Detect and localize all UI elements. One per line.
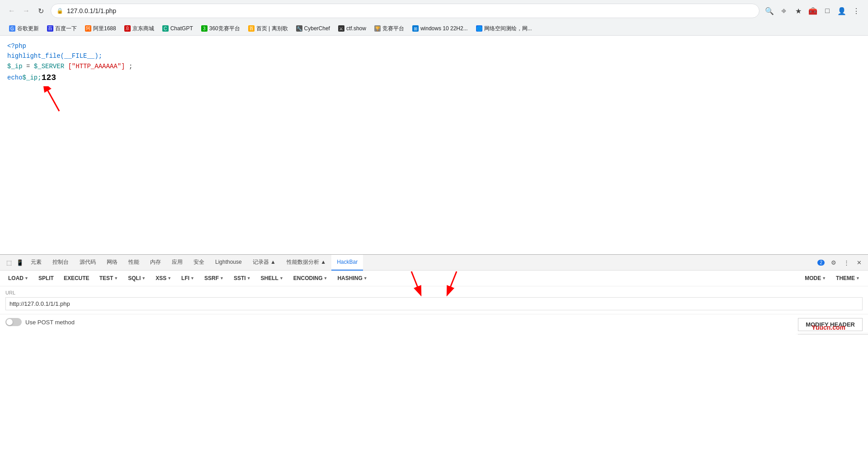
bookmark-button[interactable]: ★ [792,5,805,17]
bookmark-fofa[interactable]: 🌐 网络空间测绘，网... [472,24,536,33]
url-input[interactable] [5,297,863,310]
devtools-panel: ⬚ 📱 元素 控制台 源代码 网络 性能 内存 应用 安全 Lighthouse [0,254,868,335]
svg-line-1 [48,91,59,111]
hackbar-shell-btn[interactable]: SHELL ▼ [256,273,288,283]
tab-memory[interactable]: 内存 [145,255,166,271]
devtools-tabs: ⬚ 📱 元素 控制台 源代码 网络 性能 内存 应用 安全 Lighthouse [0,255,868,271]
address-bar[interactable]: 🔒 [51,4,760,18]
bookmark-label: ChatGPT [170,25,193,32]
hackbar-load-btn[interactable]: LOAD ▼ [4,273,33,283]
hackbar-mode-btn[interactable]: MODE ▼ [800,273,830,283]
tab-console[interactable]: 控制台 [47,255,74,271]
bookmark-icon-fofa: 🌐 [476,25,482,32]
code-equals: = [26,63,34,70]
hackbar-hashing-btn[interactable]: HASHING ▼ [333,273,372,283]
security-icon: 🔒 [57,8,63,14]
hackbar-theme-btn[interactable]: THEME ▼ [831,273,864,283]
tab-sources[interactable]: 源代码 [74,255,101,271]
url-label: URL [5,290,863,295]
bookmark-windows[interactable]: ⊞ windows 10 22H2... [409,24,472,33]
bookmark-icon-baidu: 百 [47,25,53,32]
bookmark-chatgpt[interactable]: C ChatGPT [159,24,197,33]
zoom-button[interactable]: 🔍 [763,5,776,17]
tab-performance[interactable]: 性能 [123,255,145,271]
hackbar-ssti-btn[interactable]: SSTI ▼ [229,273,255,283]
hackbar-lfi-btn[interactable]: LFI ▼ [177,273,199,283]
bookmark-icon-jd: 京 [124,25,131,32]
code-server-var: $_SERVER [34,63,64,70]
devtools-close-icon[interactable]: ✕ [854,257,864,268]
back-button[interactable]: ← [5,5,18,17]
tab-security[interactable]: 安全 [188,255,210,271]
code-ip-var: $_ip [7,63,23,70]
hackbar-url-section: URL [0,286,868,314]
devtools-inspect-icon[interactable]: ⬚ [4,257,14,268]
bookmark-ali[interactable]: 阿 阿里1688 [81,24,120,33]
hackbar-split-btn[interactable]: SPLIT [34,273,58,283]
reload-button[interactable]: ↻ [34,5,47,17]
forward-button[interactable]: → [20,5,33,17]
hackbar-sqli-btn[interactable]: SQLI ▼ [123,273,150,283]
bookmark-contest[interactable]: 🏆 竞赛平台 [371,24,408,33]
tab-elements[interactable]: 元素 [25,255,47,271]
bookmark-label: ctf.show [346,25,366,32]
split-screen-button[interactable]: □ [821,5,834,17]
tab-application[interactable]: 应用 [166,255,188,271]
bookmark-icon-home: 首 [248,25,255,32]
devtools-right-icons: 2 ⚙ ⋮ ✕ [817,257,864,268]
devtools-device-icon[interactable]: 📱 [14,257,25,268]
tab-performance-insights[interactable]: 性能数据分析 ▲ [281,255,331,271]
devtools-settings-icon[interactable]: ⚙ [828,257,839,268]
bookmark-icon-ctf: ⚔ [338,25,344,32]
code-ip-echo-var: $_ip; [23,73,42,83]
ssti-dropdown-arrow: ▼ [247,276,251,280]
address-input[interactable] [67,7,754,14]
tab-hackbar[interactable]: HackBar [331,255,363,271]
menu-button[interactable]: ⋮ [850,5,863,17]
bookmark-label: 网络空间测绘，网... [484,25,532,33]
bookmark-label: 谷歌更新 [17,25,39,33]
bookmark-icon-chatgpt: C [162,25,169,32]
encoding-dropdown-arrow: ▼ [323,276,327,280]
bookmark-360[interactable]: 3 360竞赛平台 [198,24,244,33]
test-dropdown-arrow: ▼ [114,276,118,280]
load-dropdown-arrow: ▼ [24,276,28,280]
bookmark-ctfshow[interactable]: ⚔ ctf.show [335,24,370,33]
bookmark-label: 阿里1688 [93,25,116,33]
bookmark-google-update[interactable]: G 谷歌更新 [5,24,42,33]
tab-recorder[interactable]: 记录器 ▲ [247,255,281,271]
sqli-dropdown-arrow: ▼ [142,276,146,280]
hackbar: LOAD ▼ SPLIT EXECUTE TEST ▼ SQLI ▼ XSS ▼ [0,271,868,335]
bookmark-home[interactable]: 首 首页 | 离别歌 [245,24,292,33]
hackbar-xss-btn[interactable]: XSS ▼ [151,273,176,283]
bookmark-label: 竞赛平台 [382,25,404,33]
bookmark-label: 百度一下 [55,25,77,33]
share-button[interactable]: ⎆ [778,5,790,17]
post-toggle[interactable] [5,318,22,326]
shell-dropdown-arrow: ▼ [279,276,283,280]
bookmark-cyberchef[interactable]: 🔧 CyberChef [292,24,334,33]
bookmark-icon-contest: 🏆 [374,25,381,32]
tab-network[interactable]: 网络 [101,255,123,271]
hackbar-ssrf-btn[interactable]: SSRF ▼ [200,273,228,283]
bookmark-label: 京东商城 [132,25,154,33]
code-display: <?php highlight_file(__FILE__); $_ip = $… [7,41,861,117]
yuucn-watermark: Yuucn.com [811,324,845,331]
code-semicolon1: ; [129,63,132,70]
hackbar-encoding-btn[interactable]: ENCODING ▼ [289,273,332,283]
hackbar-test-btn[interactable]: TEST ▼ [95,273,123,283]
hashing-dropdown-arrow: ▼ [363,276,368,280]
tab-lighthouse[interactable]: Lighthouse [210,255,247,271]
bookmarks-bar: G 谷歌更新 百 百度一下 阿 阿里1688 京 京东商城 C ChatGPT … [0,22,868,35]
browser-chrome: ← → ↻ 🔒 🔍 ⎆ ★ 🧰 □ 👤 ⋮ G 谷歌更新 百 百度一下 阿 [0,0,868,36]
bookmark-jd[interactable]: 京 京东商城 [121,24,158,33]
xss-dropdown-arrow: ▼ [167,276,171,280]
extension-button[interactable]: 🧰 [807,5,819,17]
devtools-more-icon[interactable]: ⋮ [841,257,852,268]
profile-button[interactable]: 👤 [835,5,848,17]
bookmark-baidu[interactable]: 百 百度一下 [43,24,80,33]
hackbar-execute-btn[interactable]: EXECUTE [59,273,94,283]
code-output-value: 123 [42,71,56,84]
ssrf-dropdown-arrow: ▼ [220,276,224,280]
header-table: ✕ Name Value ▼ [798,334,868,335]
